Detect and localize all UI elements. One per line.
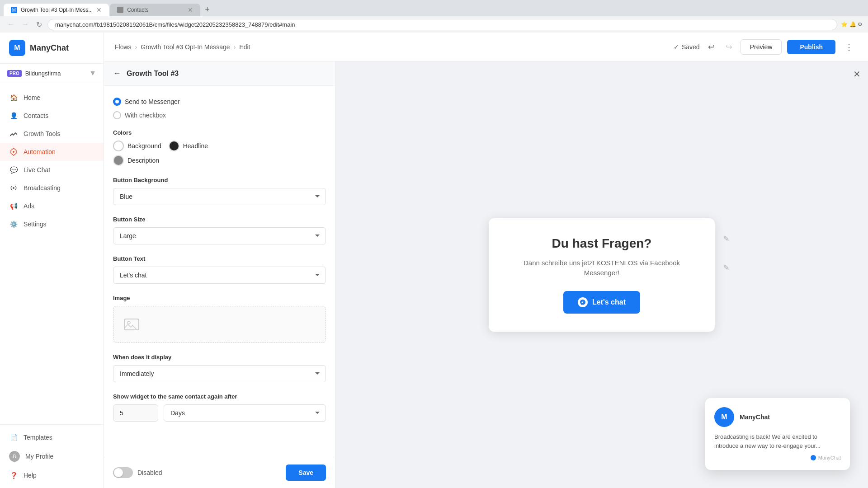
logo-text: ManyChat (30, 43, 69, 53)
notif-message: Broadcasting is back! We are excited to … (714, 432, 841, 450)
nav-back[interactable]: ← (5, 19, 16, 30)
sidebar-item-automation[interactable]: Automation (0, 143, 104, 161)
nav-forward[interactable]: → (20, 19, 31, 30)
show-again-unit[interactable]: Days Hours Weeks (164, 404, 326, 422)
edit-title-button[interactable]: ✎ (723, 235, 729, 243)
publish-label: Publish (800, 43, 823, 51)
breadcrumb-flows[interactable]: Flows (115, 43, 132, 51)
with-checkbox-label: With checkbox (125, 112, 166, 119)
sidebar-item-my-profile[interactable]: B My Profile (0, 446, 104, 466)
button-size-select[interactable]: Small Medium Large Extra Large (113, 227, 326, 244)
sidebar-item-broadcasting[interactable]: Broadcasting (0, 179, 104, 197)
tab-title-active: Growth Tool #3 Opt-In Mess... (21, 7, 93, 13)
edit-desc-button[interactable]: ✎ (723, 263, 729, 272)
when-display-select[interactable]: Immediately After 3 seconds After 5 seco… (113, 365, 326, 382)
sidebar-item-home[interactable]: 🏠 Home (0, 89, 104, 107)
sidebar-item-settings[interactable]: ⚙️ Settings (0, 215, 104, 233)
publish-button[interactable]: Publish (787, 40, 835, 54)
headline-color-option[interactable]: Headline (169, 141, 208, 151)
tab-close-active[interactable]: ✕ (96, 6, 102, 14)
account-name: Bildungsfirma (25, 70, 85, 77)
svg-point-4 (811, 455, 816, 460)
headline-color-swatch[interactable] (169, 141, 179, 151)
widget-preview-container: ✎ ✎ Du hast Fragen? Dann schreibe uns je… (489, 218, 715, 332)
button-text-label: Button Text (113, 255, 326, 262)
background-color-swatch[interactable] (113, 141, 124, 151)
browser-tab-inactive[interactable]: Contacts ✕ (110, 4, 200, 16)
disabled-toggle[interactable] (113, 467, 133, 478)
sidebar-label-home: Home (24, 94, 40, 101)
sidebar-item-growth-tools[interactable]: Growth Tools (0, 125, 104, 143)
sidebar-label-live-chat: Live Chat (24, 166, 50, 174)
breadcrumb-growth-tool[interactable]: Growth Tool #3 Opt-In Message (141, 43, 230, 51)
sidebar-label-broadcasting: Broadcasting (24, 184, 61, 192)
panel-header: ← Growth Tool #3 (104, 61, 335, 86)
notif-brand: ManyChat (810, 455, 841, 461)
show-again-number[interactable]: 5 (113, 404, 158, 422)
breadcrumb-edit: Edit (239, 43, 250, 51)
browser-tab-active[interactable]: M Growth Tool #3 Opt-In Mess... ✕ (4, 4, 109, 16)
close-preview-button[interactable]: ✕ (853, 69, 861, 80)
sidebar-label-help: Help (24, 472, 37, 479)
breadcrumb: Flows › Growth Tool #3 Opt-In Message › … (115, 43, 250, 51)
notif-brand-text: ManyChat (818, 455, 841, 460)
redo-button[interactable]: ↪ (723, 39, 735, 55)
widget-title: Du hast Fragen? (511, 236, 692, 251)
background-color-option[interactable]: Background (113, 141, 161, 151)
panel-footer: Disabled Save (104, 457, 335, 488)
account-chevron: ▼ (89, 69, 96, 77)
address-text: manychat.com/fb198150208192061B/cms/file… (55, 21, 295, 28)
settings-icon: ⚙️ (9, 220, 18, 229)
save-label: Save (298, 469, 313, 476)
panel-back-button[interactable]: ← (113, 69, 121, 78)
sidebar-item-templates[interactable]: 📄 Templates (0, 428, 104, 446)
new-tab-button[interactable]: + (201, 3, 213, 16)
broadcasting-icon (9, 183, 18, 192)
preview-button[interactable]: Preview (741, 39, 782, 55)
widget-description: Dann schreibe uns jetzt KOSTENLOS via Fa… (511, 258, 692, 278)
description-color-option[interactable]: Description (113, 155, 326, 166)
svg-point-0 (13, 151, 14, 153)
nav-refresh[interactable]: ↻ (34, 19, 44, 31)
radio-send-to-messenger (113, 98, 121, 106)
sidebar-account[interactable]: PRO Bildungsfirma ▼ (0, 64, 104, 83)
image-upload-area[interactable] (113, 306, 326, 343)
tab2-close[interactable]: ✕ (188, 6, 193, 14)
pro-badge: PRO (7, 70, 22, 77)
description-color-swatch[interactable] (113, 155, 124, 166)
send-to-messenger-option[interactable]: Send to Messenger (113, 95, 326, 108)
headline-color-label: Headline (183, 142, 208, 150)
tab-favicon: M (11, 7, 17, 13)
tab2-title: Contacts (127, 7, 148, 13)
saved-text: Saved (682, 43, 700, 51)
logo-icon: M (9, 40, 25, 56)
sidebar-item-help[interactable]: ❓ Help (0, 466, 104, 484)
more-options-button[interactable]: ⋮ (841, 40, 857, 54)
messenger-btn-icon (578, 297, 588, 307)
browser-chrome: M Growth Tool #3 Opt-In Mess... ✕ Contac… (0, 0, 868, 33)
undo-button[interactable]: ↩ (705, 39, 717, 55)
send-to-messenger-label: Send to Messenger (125, 98, 179, 105)
button-background-select[interactable]: Blue White Black Green Red (113, 188, 326, 205)
save-button[interactable]: Save (286, 465, 326, 481)
button-text-select[interactable]: Let's chat Send to Messenger Get Started… (113, 267, 326, 284)
background-color-label: Background (127, 142, 161, 150)
live-chat-icon: 💬 (9, 165, 18, 174)
when-display-label: When does it display (113, 354, 326, 361)
breadcrumb-sep2: › (234, 43, 236, 51)
ads-icon: 📢 (9, 202, 18, 211)
sidebar-item-ads[interactable]: 📢 Ads (0, 197, 104, 215)
tab2-favicon (117, 7, 123, 13)
with-checkbox-option[interactable]: With checkbox (113, 108, 326, 122)
saved-indicator: ✓ Saved (674, 43, 700, 51)
toggle-label: Disabled (137, 469, 162, 476)
sidebar-item-live-chat[interactable]: 💬 Live Chat (0, 161, 104, 179)
color-options: Background Headline (113, 141, 326, 151)
preview-area: ✕ ✎ ✎ Du hast Fragen? Dann schreibe uns … (335, 61, 868, 488)
app-layout: M ManyChat PRO Bildungsfirma ▼ 🏠 Home 👤 … (0, 33, 868, 488)
widget-cta-button[interactable]: Let's chat (563, 291, 640, 314)
sidebar-nav: 🏠 Home 👤 Contacts Growth Tools Automatio… (0, 83, 104, 424)
button-text-section: Button Text Let's chat Send to Messenger… (113, 255, 326, 284)
address-bar[interactable]: manychat.com/fb198150208192061B/cms/file… (47, 19, 837, 30)
sidebar-item-contacts[interactable]: 👤 Contacts (0, 107, 104, 125)
